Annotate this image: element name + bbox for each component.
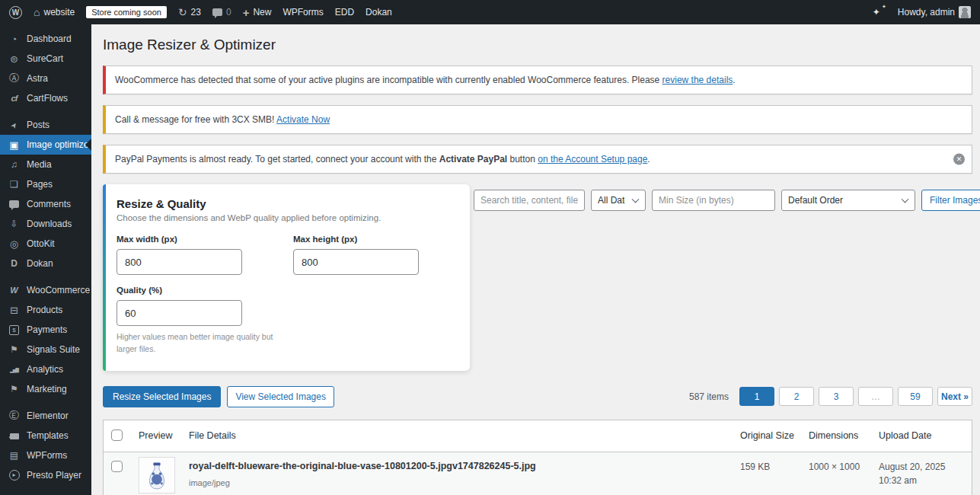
order-select[interactable]: Default Order [781, 190, 915, 211]
dismiss-notice-icon[interactable]: ✕ [953, 154, 965, 165]
updates-menu[interactable]: 23 [178, 6, 201, 18]
quality-helper-text: Higher values mean better image quality … [117, 331, 292, 356]
quality-label: Quality (%) [117, 286, 455, 295]
site-name: website [43, 7, 75, 18]
notice-paypal: PayPal Payments is almost ready. To get … [103, 145, 972, 174]
vase-image [140, 458, 174, 492]
min-size-input[interactable] [652, 190, 775, 211]
site-menu[interactable]: website [34, 6, 75, 18]
image-icon [8, 139, 21, 151]
cartflows-icon [8, 94, 21, 103]
notice-woocommerce-incompatible: WooCommerce has detected that some of yo… [103, 65, 972, 94]
search-input[interactable] [474, 190, 585, 211]
next-page-button[interactable]: Next » [937, 387, 972, 406]
sidebar-item-wpforms[interactable]: WPForms [0, 446, 91, 465]
wpforms-icon [8, 450, 21, 461]
max-width-input[interactable] [117, 249, 242, 275]
date-filter-select-wrap: All Dates [591, 190, 646, 211]
page-button-2[interactable]: 2 [779, 387, 814, 406]
row-checkbox[interactable] [111, 461, 123, 472]
resize-quality-panel: Resize & Quality Choose the dimensions a… [103, 184, 470, 371]
sidebar-item-media[interactable]: Media [0, 155, 91, 174]
header-preview: Preview [139, 430, 189, 441]
page-button-59[interactable]: 59 [898, 387, 933, 406]
panel-title: Resize & Quality [117, 197, 455, 210]
sidebar-item-signals-suite[interactable]: Signals Suite [0, 340, 91, 359]
sidebar-item-pages[interactable]: Pages [0, 174, 91, 194]
sidebar-item-dashboard[interactable]: Dashboard [0, 29, 91, 49]
sidebar-item-surecart[interactable]: SureCart [0, 49, 91, 69]
main-content: Image Resizer & Optimizer WooCommerce ha… [91, 24, 980, 495]
sidebar-item-templates[interactable]: Templates [0, 426, 91, 446]
comments-menu[interactable]: 0 [212, 7, 231, 18]
sidebar-item-products[interactable]: Products [0, 300, 91, 320]
review-details-link[interactable]: review the details [662, 75, 733, 85]
sidebar-item-marketing[interactable]: Marketing [0, 379, 91, 399]
new-content-menu[interactable]: New [243, 6, 272, 19]
store-coming-soon-badge: Store coming soon [86, 6, 167, 18]
resize-selected-button[interactable]: Resize Selected Images [103, 386, 221, 407]
sidebar-item-comments[interactable]: Comments [0, 194, 91, 214]
header-upload-date: Upload Date [879, 430, 964, 441]
pagination: 587 items 1 2 3 … 59 Next » [689, 387, 972, 406]
howdy-menu[interactable]: Howdy, admin [898, 6, 971, 18]
items-count: 587 items [689, 391, 729, 402]
image-thumbnail [139, 457, 175, 493]
max-height-input[interactable] [293, 249, 419, 275]
admin-bar-edd[interactable]: EDD [335, 7, 354, 18]
pages-icon [8, 179, 21, 190]
dokan-icon [8, 258, 21, 269]
filter-bar: All Dates Default Order Filter Images [474, 190, 972, 211]
notice-3cx: Call & message for free with 3CX SMB! Ac… [103, 105, 972, 134]
table-header-row: Preview File Details Original Size Dimen… [104, 420, 972, 452]
file-name[interactable]: royal-delft-blueware-the-original-blue-v… [189, 460, 740, 472]
ottokit-icon [8, 238, 21, 250]
sidebar-item-dokan[interactable]: Dokan [0, 254, 91, 273]
account-setup-link[interactable]: on the Account Setup page [538, 154, 647, 164]
wordpress-logo-icon[interactable]: W [9, 6, 22, 19]
surecart-icon [8, 53, 21, 65]
admin-bar: W website Store coming soon 23 0 New WPF… [0, 0, 980, 24]
home-icon [34, 6, 40, 18]
header-original-size: Original Size [740, 430, 809, 441]
comment-bubble-icon [8, 200, 21, 208]
filter-images-button[interactable]: Filter Images [921, 190, 980, 211]
sidebar-item-elementor[interactable]: Elementor [0, 406, 91, 426]
media-icon [8, 159, 21, 170]
page-button-1[interactable]: 1 [739, 387, 774, 406]
page-button-3[interactable]: 3 [819, 387, 854, 406]
admin-bar-dokan[interactable]: Dokan [366, 7, 392, 18]
sidebar-item-ottokit[interactable]: OttoKit [0, 234, 91, 254]
select-all-checkbox[interactable] [111, 430, 123, 441]
admin-bar-wpforms[interactable]: WPForms [283, 7, 323, 18]
download-icon [8, 219, 21, 229]
sidebar-item-woocommerce[interactable]: WooCommerce [0, 280, 91, 300]
sidebar-item-appearance[interactable]: Appearance [0, 492, 91, 495]
sidebar-item-cartflows[interactable]: CartFlows [0, 88, 91, 108]
presto-player-icon [8, 470, 21, 481]
table-row: royal-delft-blueware-the-original-blue-v… [104, 452, 972, 495]
quality-input[interactable] [117, 300, 242, 326]
date-filter-select[interactable]: All Dates [591, 190, 646, 211]
sidebar-item-analytics[interactable]: Analytics [0, 359, 91, 379]
sidebar-item-presto-player[interactable]: Presto Player [0, 465, 91, 485]
pushpin-icon [8, 121, 21, 129]
activate-now-link[interactable]: Activate Now [276, 114, 330, 125]
updates-icon [178, 6, 187, 18]
comments-icon [212, 8, 222, 16]
sidebar-item-astra[interactable]: Astra [0, 69, 91, 88]
avatar [959, 6, 971, 18]
sidebar-item-payments[interactable]: Payments [0, 320, 91, 340]
sparkles-icon[interactable] [873, 6, 886, 18]
astra-icon [8, 72, 21, 85]
header-dimensions: Dimensions [809, 430, 879, 441]
sidebar-item-image-optimize[interactable]: Image optimize [0, 135, 91, 155]
products-icon [8, 305, 21, 316]
folder-icon [8, 432, 21, 439]
payments-icon [8, 325, 21, 335]
file-mime: image/jpeg [189, 478, 740, 487]
view-selected-button[interactable]: View Selected Images [227, 386, 334, 407]
original-size: 159 KB [740, 460, 809, 474]
sidebar-item-posts[interactable]: Posts [0, 115, 91, 135]
sidebar-item-downloads[interactable]: Downloads [0, 214, 91, 234]
